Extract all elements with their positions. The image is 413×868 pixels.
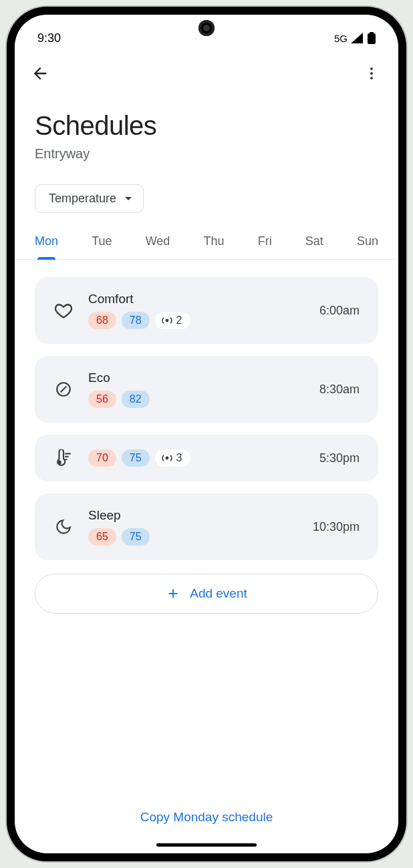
svg-point-4 bbox=[370, 77, 373, 79]
page-title: Schedules bbox=[35, 111, 378, 141]
event-time: 6:00am bbox=[319, 304, 360, 318]
day-tabs: MonTueWedThuFriSatSun bbox=[15, 234, 398, 260]
event-name: Sleep bbox=[88, 508, 298, 523]
event-time: 8:30am bbox=[319, 383, 360, 397]
add-event-button[interactable]: Add event bbox=[35, 574, 378, 614]
event-name: Eco bbox=[88, 371, 305, 385]
copy-schedule-button[interactable]: Copy Monday schedule bbox=[35, 799, 378, 835]
schedule-event[interactable]: Comfort 68 78 2 6:00am bbox=[35, 277, 378, 344]
thermo-icon bbox=[53, 449, 74, 467]
tab-mon[interactable]: Mon bbox=[35, 234, 58, 259]
tab-sat[interactable]: Sat bbox=[305, 234, 323, 259]
svg-point-2 bbox=[370, 67, 373, 70]
arrow-back-icon bbox=[31, 64, 49, 83]
tab-sun[interactable]: Sun bbox=[357, 234, 378, 259]
cool-pill: 82 bbox=[122, 391, 150, 408]
svg-rect-0 bbox=[368, 33, 376, 44]
more-button[interactable] bbox=[364, 65, 380, 81]
cool-pill: 75 bbox=[122, 528, 150, 546]
more-vert-icon bbox=[364, 65, 380, 81]
signal-icon bbox=[350, 33, 364, 43]
svg-point-3 bbox=[370, 72, 373, 75]
heat-pill: 65 bbox=[88, 528, 116, 546]
heart-icon bbox=[53, 301, 74, 320]
event-name: Comfort bbox=[88, 292, 305, 306]
sensor-pill: 2 bbox=[155, 312, 190, 329]
moon-icon bbox=[53, 518, 74, 535]
heat-pill: 56 bbox=[88, 391, 116, 408]
event-time: 10:30pm bbox=[313, 520, 360, 534]
status-network: 5G bbox=[334, 33, 348, 44]
sensor-pill: 3 bbox=[155, 449, 190, 467]
add-event-label: Add event bbox=[190, 586, 247, 601]
status-time: 9:30 bbox=[37, 31, 61, 45]
event-list: Comfort 68 78 2 6:00am Eco 56 82 8:30am … bbox=[35, 260, 378, 614]
chevron-down-icon bbox=[124, 196, 132, 202]
cool-pill: 78 bbox=[122, 312, 150, 329]
back-button[interactable] bbox=[31, 64, 49, 83]
event-time: 5:30pm bbox=[319, 451, 360, 465]
schedule-event[interactable]: Sleep 65 75 10:30pm bbox=[35, 493, 378, 560]
tab-tue[interactable]: Tue bbox=[92, 234, 112, 259]
svg-point-6 bbox=[57, 461, 60, 463]
heat-pill: 70 bbox=[88, 449, 116, 467]
tab-fri[interactable]: Fri bbox=[258, 234, 272, 259]
battery-icon bbox=[368, 32, 376, 44]
page-subtitle: Entryway bbox=[35, 146, 378, 162]
plus-icon bbox=[166, 586, 180, 601]
schedule-type-dropdown[interactable]: Temperature bbox=[35, 184, 144, 213]
svg-point-10 bbox=[166, 457, 168, 459]
svg-rect-1 bbox=[370, 32, 374, 34]
schedule-event[interactable]: 70 75 3 5:30pm bbox=[35, 435, 378, 481]
schedule-event[interactable]: Eco 56 82 8:30am bbox=[35, 356, 378, 423]
heat-pill: 68 bbox=[88, 312, 116, 329]
dropdown-label: Temperature bbox=[49, 192, 116, 206]
svg-point-5 bbox=[166, 319, 168, 321]
cool-pill: 75 bbox=[122, 449, 150, 467]
leaf-icon bbox=[53, 381, 74, 398]
tab-thu[interactable]: Thu bbox=[203, 234, 224, 259]
home-indicator bbox=[156, 843, 257, 847]
tab-wed[interactable]: Wed bbox=[146, 234, 170, 259]
